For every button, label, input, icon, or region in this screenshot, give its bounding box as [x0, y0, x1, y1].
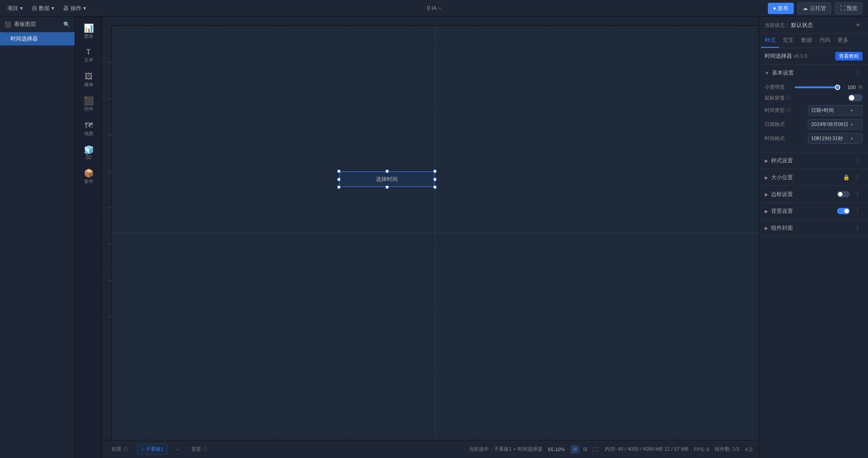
view-full-icon[interactable]: ⛶ [590, 445, 599, 454]
memory-info: 内存: 45 / 4050 / 4096 MB 12 / 57 MB [605, 446, 688, 453]
rp-section-basic-header[interactable]: ▼ 基本设置 ⋮ [759, 65, 868, 81]
layer-panel-icon: ⬛ [5, 21, 11, 28]
sidebar-item-media[interactable]: 🖼 媒体 [77, 69, 101, 91]
rp-tutorial-button[interactable]: 查看教程 [835, 52, 863, 60]
cloud-button[interactable]: ☁ 云托管 [797, 2, 831, 15]
handle-top-right[interactable] [433, 170, 437, 173]
canvas[interactable]: 选择时间 [112, 26, 759, 440]
time-selector-widget[interactable]: 选择时间 [339, 171, 435, 187]
handle-bot-right[interactable] [433, 186, 437, 189]
rp-comp-version: v0.1.0 [793, 53, 807, 59]
sidebar-item-control[interactable]: ⬛ 控件 [77, 93, 101, 116]
opacity-slider-wrap: 100 % [785, 85, 863, 90]
menu-item-ops[interactable]: 器 操作 ▾ [60, 3, 89, 14]
kit-icon: 📦 [84, 169, 94, 177]
rp-comp-name-ver: 时间选择器 v0.1.0 [765, 52, 807, 60]
fps-info: FPS: 6 [694, 447, 710, 452]
view-icons: ⊞ ⊟ ⛶ [570, 445, 599, 454]
prop-mouse-through-label: 鼠标穿透 ⓘ [765, 95, 791, 101]
handle-top-mid[interactable] [386, 170, 389, 173]
time-type-select[interactable]: 日期+时间 ▾ [808, 105, 863, 116]
opacity-slider-track[interactable] [795, 86, 840, 88]
handle-top-left[interactable] [337, 170, 340, 173]
widget-container[interactable]: 选择时间 [339, 171, 435, 187]
rp-section-style-title: 样式设置 [771, 157, 793, 165]
rp-tab-interact[interactable]: 交互 [779, 34, 797, 48]
rp-section-background-left: ▶ 背景设置 [765, 207, 793, 215]
sidebar-item-map[interactable]: 🗺 地图 [77, 118, 101, 141]
size-lock-icon[interactable]: 🔒 [843, 174, 850, 181]
rp-tab-code[interactable]: 代码 [816, 34, 834, 48]
publish-button[interactable]: ♦ 发布 [768, 3, 794, 14]
rp-section-cover: ▶ 组件封面 ⋮ [759, 220, 868, 237]
rp-section-border-header[interactable]: ▶ 边框设置 ⋮ [759, 186, 868, 202]
tab-background[interactable]: 背景 ⓘ [188, 444, 211, 454]
add-tab-button[interactable]: + [173, 445, 182, 454]
prop-opacity-label: 小透明度 [765, 84, 785, 91]
view-fit-icon[interactable]: ⊟ [580, 445, 589, 454]
control-icon: ⬛ [84, 97, 94, 105]
border-toggle-knob [838, 192, 843, 196]
handle-bot-left[interactable] [337, 186, 340, 189]
bottombar: 前景 ⓘ ○ 子看板1 + 背景 ⓘ 当前选中：子看板1 > 时间选择器 65.… [102, 440, 759, 458]
section-cover-menu-icon[interactable]: ⋮ [853, 223, 863, 232]
map-icon: 🗺 [85, 121, 93, 130]
prop-opacity: 小透明度 100 % [765, 84, 863, 91]
view-grid-icon[interactable]: ⊞ [570, 445, 579, 454]
menu-item-data[interactable]: 自 数据 ▾ [28, 3, 58, 14]
background-toggle[interactable] [837, 208, 850, 214]
svg-text:100: 100 [102, 167, 104, 174]
date-format-select[interactable]: 2024年08月08日 ▾ [808, 119, 863, 130]
opacity-unit: % [858, 85, 863, 90]
section-basic-menu-icon[interactable]: ⋮ [853, 68, 863, 77]
handle-mid-right[interactable] [433, 178, 437, 181]
sidebar-item-3d[interactable]: 🧊 3D [77, 142, 101, 164]
topbar-left: 项目 ▾ 自 数据 ▾ 器 操作 ▾ [0, 3, 762, 14]
rp-section-size: ▶ 大小位置 🔒 ⋮ [759, 169, 868, 186]
rp-section-size-header[interactable]: ▶ 大小位置 🔒 ⋮ [759, 169, 868, 186]
section-border-menu-icon[interactable]: ⋮ [853, 190, 863, 199]
sidebar-item-chart[interactable]: 📊 图表 [77, 20, 101, 43]
border-toggle[interactable] [837, 191, 850, 197]
section-background-menu-icon[interactable]: ⋮ [853, 206, 863, 216]
zoom-level: 65.10% [548, 447, 565, 452]
rp-status-label: 当前状态： [765, 22, 790, 28]
rp-tab-style[interactable]: 样式 [761, 34, 779, 48]
time-format-select-arrow: ▾ [851, 136, 853, 141]
time-type-info-icon[interactable]: ⓘ [787, 107, 791, 114]
rp-add-state-button[interactable]: + [853, 20, 863, 30]
section-style-menu-icon[interactable]: ⋮ [853, 156, 863, 165]
rp-section-basic: ▼ 基本设置 ⋮ 小透明度 100 % [759, 65, 868, 152]
layer-panel: ⬛ 看板图层 🔍 ○ 时间选择器 [0, 17, 75, 458]
tab-subview[interactable]: ○ 子看板1 [137, 443, 168, 455]
text-icon: T [86, 49, 91, 56]
mouse-through-toggle[interactable] [848, 94, 863, 101]
handle-mid-left[interactable] [337, 178, 340, 181]
preview-button[interactable]: ⛶ 预览 [835, 2, 863, 15]
component-count: 组件数: 1/1 [715, 446, 739, 453]
mouse-through-info-icon[interactable]: ⓘ [787, 95, 791, 101]
rp-section-basic-left: ▼ 基本设置 [765, 69, 794, 77]
opacity-slider-thumb[interactable] [835, 85, 840, 90]
section-size-menu-icon[interactable]: ⋮ [853, 173, 863, 182]
canvas-scroll: -300-200-1000100200300400500 选择时间 [102, 26, 759, 440]
bottombar-right: 当前选中：子看板1 > 时间选择器 65.10% ⊞ ⊟ ⛶ 内存: 45 / … [469, 445, 753, 454]
canvas-area: 0100200300400500600700800900100011001200… [102, 17, 759, 458]
rp-section-background-header[interactable]: ▶ 背景设置 ⋮ [759, 203, 868, 219]
rp-comp-name: 时间选择器 [765, 53, 792, 59]
layer-item-time-selector[interactable]: ○ 时间选择器 [0, 32, 75, 45]
handle-bot-mid[interactable] [386, 186, 389, 189]
prop-time-type: 时间类型 ⓘ 日期+时间 ▾ [765, 105, 863, 116]
sidebar-item-text[interactable]: T 文本 [77, 45, 101, 67]
sidebar-item-kit[interactable]: 📦 套件 [77, 166, 101, 188]
time-format-select[interactable]: 10时19分31秒 ▾ [808, 133, 863, 144]
rp-section-style-header[interactable]: ▶ 样式设置 ⋮ [759, 152, 868, 169]
tab-foreground[interactable]: 前景 ⓘ [108, 444, 132, 454]
rp-tab-data[interactable]: 数据 [797, 34, 816, 48]
layer-search-icon[interactable]: 🔍 [63, 21, 70, 28]
rp-tab-more[interactable]: 更多 [834, 34, 852, 48]
rp-section-basic-content: 小透明度 100 % 鼠标穿透 ⓘ [759, 81, 868, 152]
rp-section-cover-header[interactable]: ▶ 组件封面 ⋮ [759, 220, 868, 236]
chart-icon: 📊 [84, 24, 94, 32]
menu-item-project[interactable]: 项目 ▾ [4, 3, 26, 14]
